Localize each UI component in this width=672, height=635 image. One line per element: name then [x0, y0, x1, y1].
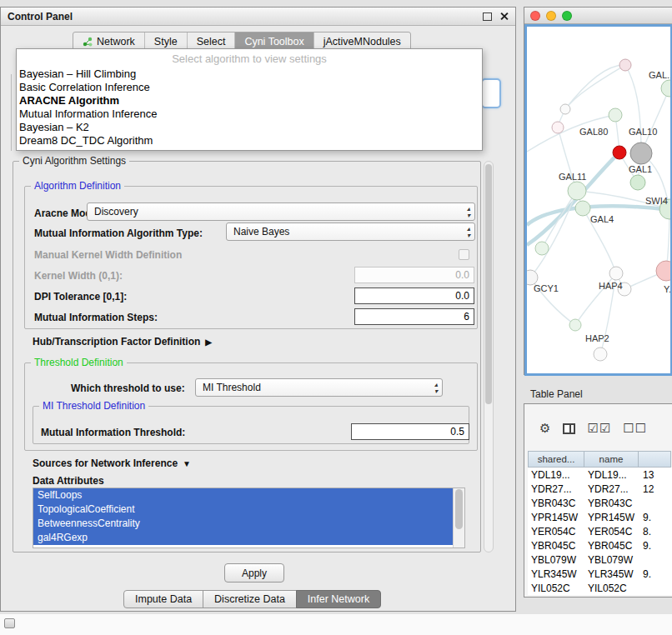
- data-attributes-list: SelfLoopsTopologicalCoefficientBetweenne…: [33, 488, 465, 548]
- zoom-traffic-light-icon[interactable]: [562, 11, 572, 21]
- table-row[interactable]: YDL19...YDL19...13: [528, 468, 672, 482]
- gear-icon[interactable]: ⚙: [539, 421, 551, 436]
- data-attribute-item[interactable]: TopologicalCoefficient: [33, 502, 454, 517]
- table-row[interactable]: YER054CYER054C8.: [528, 524, 672, 538]
- aracne-mode-select[interactable]: Discovery ▴▾: [87, 202, 475, 221]
- attribute-table: shared...name YDL19...YDL19...13YDR27...…: [528, 451, 672, 595]
- table-row[interactable]: YIL052CYIL052C: [528, 581, 672, 595]
- tab-label: Select: [197, 36, 226, 48]
- which-threshold-select[interactable]: MI Threshold ▴▾: [195, 378, 443, 397]
- algorithm-option-aracne-algorithm[interactable]: ARACNE Algorithm: [17, 94, 482, 108]
- table-cell: YPR145W: [528, 510, 584, 524]
- algorithm-option-bayesian-k2[interactable]: Bayesian – K2: [17, 121, 482, 134]
- table-cell: YLR345W: [584, 567, 639, 581]
- network-node[interactable]: [613, 146, 626, 159]
- network-node[interactable]: [630, 142, 652, 164]
- select-checkboxes-icon[interactable]: ☑☑: [587, 421, 611, 436]
- manual-kernel-checkbox[interactable]: [459, 249, 469, 260]
- table-toolbar: ⚙☑☑☐☐: [539, 421, 647, 436]
- network-node[interactable]: [661, 80, 670, 97]
- network-edge[interactable]: [565, 65, 625, 109]
- hub-definition-toggle[interactable]: Hub/Transcription Factor Definition▶: [33, 336, 212, 348]
- minimized-panel-icon[interactable]: [4, 618, 15, 628]
- data-attribute-item[interactable]: BetweennessCentrality: [33, 517, 454, 531]
- network-node-label: GCY1: [534, 283, 559, 293]
- network-node-label: Y...: [664, 284, 670, 294]
- network-window-titlebar[interactable]: [524, 8, 672, 24]
- column-browser-icon[interactable]: [563, 423, 575, 434]
- bottom-tab-infer-network[interactable]: Infer Network: [296, 590, 381, 608]
- table-row[interactable]: YPR145WYPR145W9.: [528, 510, 672, 524]
- network-edge[interactable]: [565, 65, 625, 109]
- data-attribute-item[interactable]: SelfLoops: [33, 488, 454, 502]
- network-node[interactable]: [560, 104, 570, 114]
- close-traffic-light-icon[interactable]: [530, 11, 540, 21]
- close-icon[interactable]: [499, 12, 509, 21]
- table-row[interactable]: YDR27...YDR27...12: [528, 482, 672, 496]
- algorithm-option-mutual-information-inference[interactable]: Mutual Information Inference: [17, 108, 482, 121]
- list-scrollbar-thumb[interactable]: [455, 489, 463, 529]
- network-node[interactable]: [609, 108, 622, 122]
- group-title: MI Threshold Definition: [39, 400, 148, 412]
- kernel-width-input[interactable]: 0.0: [354, 267, 474, 283]
- table-cell: 12: [639, 482, 672, 496]
- data-attribute-item[interactable]: gal4RGexp: [33, 531, 454, 545]
- bottom-tab-discretize-data[interactable]: Discretize Data: [203, 590, 297, 608]
- background-group-border-fragment: [11, 74, 12, 151]
- network-node[interactable]: [609, 267, 623, 280]
- network-canvas[interactable]: GAL...GAL80GAL10GAL11GAL1SWI4GAL4GCY1HAP…: [524, 24, 672, 376]
- settings-scrollbar[interactable]: [484, 161, 494, 552]
- deselect-checkboxes-icon[interactable]: ☐☐: [623, 421, 647, 436]
- network-node[interactable]: [552, 122, 564, 133]
- list-scrollbar[interactable]: [453, 488, 464, 548]
- combo-arrows-icon: ▴▾: [434, 382, 438, 395]
- dpi-tolerance-input[interactable]: 0.0: [354, 288, 474, 304]
- settings-scrollbar-thumb[interactable]: [485, 164, 492, 404]
- network-node[interactable]: [656, 261, 670, 281]
- control-panel-titlebar[interactable]: Control Panel: [1, 8, 515, 26]
- desktop: Control Panel NetworkStyleSelectCyni Too…: [0, 0, 672, 635]
- table-cell: [639, 552, 672, 567]
- mi-steps-input[interactable]: 6: [354, 308, 474, 325]
- group-title: Cyni Algorithm Settings: [19, 155, 129, 167]
- table-cell: YBR043C: [584, 496, 639, 510]
- table-cell: YER054C: [528, 524, 584, 538]
- apply-button[interactable]: Apply: [224, 563, 284, 582]
- mi-threshold-input[interactable]: 0.5: [351, 423, 469, 440]
- table-row[interactable]: YBR043CYBR043C: [528, 496, 672, 510]
- network-graph: GAL...GAL80GAL10GAL11GAL1SWI4GAL4GCY1HAP…: [527, 27, 670, 373]
- network-node[interactable]: [568, 182, 586, 200]
- algorithm-option-basic-correlation-inference[interactable]: Basic Correlation Inference: [17, 81, 482, 94]
- algorithm-combo-fragment[interactable]: [481, 78, 501, 108]
- network-node[interactable]: [594, 348, 607, 361]
- sources-toggle[interactable]: Sources for Network Inference▼: [33, 458, 191, 469]
- table-row[interactable]: YBR045CYBR045C9.: [528, 538, 672, 552]
- mi-threshold-label: Mutual Information Threshold:: [41, 427, 185, 438]
- network-node[interactable]: [569, 319, 581, 331]
- tab-label: jActiveMNodules: [323, 36, 401, 48]
- float-window-icon[interactable]: [483, 12, 492, 21]
- column-header[interactable]: name: [584, 451, 639, 468]
- table-cell: YDL19...: [528, 468, 584, 482]
- network-node[interactable]: [535, 242, 549, 255]
- column-header[interactable]: shared...: [528, 451, 584, 468]
- network-node[interactable]: [630, 175, 645, 190]
- minimize-traffic-light-icon[interactable]: [546, 11, 556, 21]
- group-title: Threshold Definition: [31, 357, 127, 368]
- network-edge[interactable]: [625, 65, 641, 153]
- algorithm-option-dream8-dc-tdc-algorithm[interactable]: Dream8 DC_TDC Algorithm: [17, 134, 482, 148]
- combo-arrows-icon: ▴▾: [467, 206, 470, 219]
- bottom-tab-strip: Impute DataDiscretize DataInfer Network: [123, 590, 381, 608]
- mi-type-select[interactable]: Naive Bayes ▴▾: [226, 222, 475, 241]
- table-row[interactable]: YLR345WYLR345W9.: [528, 567, 672, 581]
- table-row[interactable]: YBL079WYBL079W: [528, 552, 672, 567]
- bottom-tab-impute-data[interactable]: Impute Data: [123, 590, 203, 608]
- network-view-window: GAL...GAL80GAL10GAL11GAL1SWI4GAL4GCY1HAP…: [524, 7, 672, 375]
- control-panel-title: Control Panel: [8, 11, 73, 22]
- network-node[interactable]: [619, 59, 631, 71]
- tab-label: Cyni Toolbox: [244, 36, 303, 48]
- column-header[interactable]: [638, 451, 671, 468]
- table-cell: YDR27...: [528, 482, 584, 496]
- network-node[interactable]: [575, 201, 590, 216]
- algorithm-option-bayesian-hill-climbing[interactable]: Bayesian – Hill Climbing: [17, 68, 482, 81]
